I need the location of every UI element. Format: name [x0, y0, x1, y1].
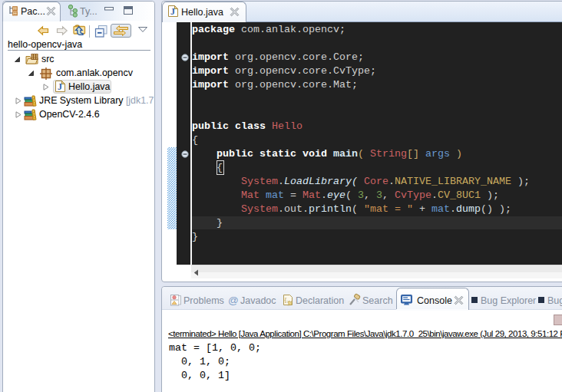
svg-text:J: J [58, 81, 62, 92]
svg-text:J: J [170, 6, 175, 17]
